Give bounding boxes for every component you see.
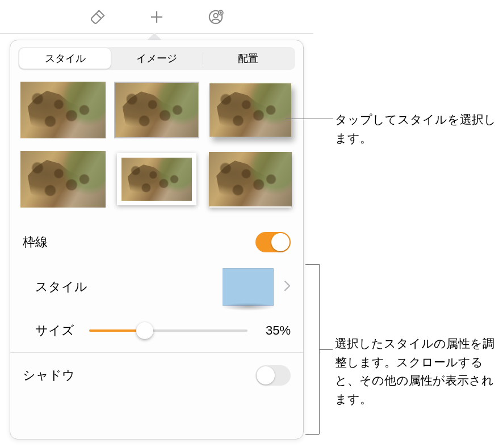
tab-label: スタイル [45, 52, 86, 65]
style-option-6[interactable] [207, 148, 294, 210]
style-thumbnail-grid [10, 75, 303, 219]
plus-icon[interactable] [147, 7, 166, 27]
tab-arrange[interactable]: 配置 [203, 48, 294, 69]
tab-label: 配置 [238, 52, 258, 65]
shadow-toggle[interactable] [255, 365, 291, 386]
border-label: 枠線 [23, 234, 48, 251]
popover-caret [148, 33, 161, 40]
tab-style[interactable]: スタイル [19, 48, 111, 69]
format-panel: スタイル イメージ 配置 枠線 スタイル [10, 40, 304, 439]
style-option-5[interactable] [113, 148, 200, 210]
border-row: 枠線 [10, 219, 303, 260]
tab-label: イメージ [136, 52, 177, 65]
shadow-row: シャドウ [10, 352, 303, 394]
tab-bar: スタイル イメージ 配置 [10, 40, 303, 75]
style-option-4[interactable] [19, 148, 106, 210]
border-style-label: スタイル [35, 278, 87, 295]
border-size-label: サイズ [35, 322, 74, 339]
border-toggle[interactable] [255, 232, 291, 252]
border-size-slider[interactable] [89, 322, 248, 339]
collaborate-icon[interactable] [206, 7, 225, 27]
format-brush-icon[interactable] [88, 7, 107, 27]
shadow-label: シャドウ [23, 367, 75, 384]
border-size-row: サイズ 35% [10, 314, 303, 348]
style-option-2[interactable] [113, 79, 200, 141]
chevron-right-icon [284, 279, 291, 295]
border-size-value: 35% [258, 323, 291, 338]
style-option-1[interactable] [19, 79, 106, 141]
callout-adjust-attributes: 選択したスタイルの属性を調整します。スクロールすると、その他の属性が表示されます… [335, 335, 500, 408]
callout-text: タップしてスタイルを選択します。 [335, 113, 496, 145]
top-toolbar [0, 0, 313, 34]
tab-image[interactable]: イメージ [111, 48, 202, 69]
style-option-3[interactable] [207, 79, 294, 141]
callout-select-style: タップしてスタイルを選択します。 [335, 111, 497, 147]
callout-text: 選択したスタイルの属性を調整します。スクロールすると、その他の属性が表示されます… [335, 337, 494, 405]
border-style-row[interactable]: スタイル [10, 260, 303, 314]
svg-point-3 [213, 13, 218, 18]
border-style-swatch [223, 268, 274, 306]
